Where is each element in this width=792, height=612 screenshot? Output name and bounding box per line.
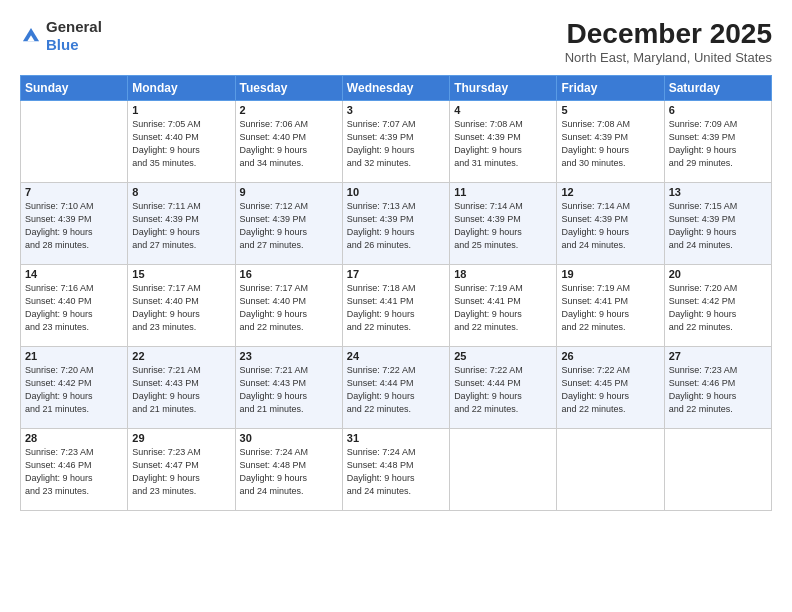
calendar-week-row: 7Sunrise: 7:10 AM Sunset: 4:39 PM Daylig…	[21, 183, 772, 265]
day-info: Sunrise: 7:08 AM Sunset: 4:39 PM Dayligh…	[454, 118, 552, 170]
calendar-cell: 23Sunrise: 7:21 AM Sunset: 4:43 PM Dayli…	[235, 347, 342, 429]
day-number: 21	[25, 350, 123, 362]
calendar-cell: 10Sunrise: 7:13 AM Sunset: 4:39 PM Dayli…	[342, 183, 449, 265]
calendar-cell	[664, 429, 771, 511]
weekday-header-tuesday: Tuesday	[235, 76, 342, 101]
calendar-cell: 19Sunrise: 7:19 AM Sunset: 4:41 PM Dayli…	[557, 265, 664, 347]
day-info: Sunrise: 7:11 AM Sunset: 4:39 PM Dayligh…	[132, 200, 230, 252]
calendar-cell: 12Sunrise: 7:14 AM Sunset: 4:39 PM Dayli…	[557, 183, 664, 265]
calendar-cell: 13Sunrise: 7:15 AM Sunset: 4:39 PM Dayli…	[664, 183, 771, 265]
day-number: 6	[669, 104, 767, 116]
weekday-header-row: SundayMondayTuesdayWednesdayThursdayFrid…	[21, 76, 772, 101]
day-number: 27	[669, 350, 767, 362]
day-number: 8	[132, 186, 230, 198]
calendar-cell: 29Sunrise: 7:23 AM Sunset: 4:47 PM Dayli…	[128, 429, 235, 511]
day-info: Sunrise: 7:15 AM Sunset: 4:39 PM Dayligh…	[669, 200, 767, 252]
calendar-table: SundayMondayTuesdayWednesdayThursdayFrid…	[20, 75, 772, 511]
day-number: 30	[240, 432, 338, 444]
calendar-cell: 16Sunrise: 7:17 AM Sunset: 4:40 PM Dayli…	[235, 265, 342, 347]
day-info: Sunrise: 7:10 AM Sunset: 4:39 PM Dayligh…	[25, 200, 123, 252]
day-info: Sunrise: 7:24 AM Sunset: 4:48 PM Dayligh…	[347, 446, 445, 498]
calendar-cell: 18Sunrise: 7:19 AM Sunset: 4:41 PM Dayli…	[450, 265, 557, 347]
day-info: Sunrise: 7:23 AM Sunset: 4:46 PM Dayligh…	[669, 364, 767, 416]
calendar-cell: 25Sunrise: 7:22 AM Sunset: 4:44 PM Dayli…	[450, 347, 557, 429]
day-number: 29	[132, 432, 230, 444]
day-number: 7	[25, 186, 123, 198]
calendar-cell	[450, 429, 557, 511]
day-info: Sunrise: 7:22 AM Sunset: 4:44 PM Dayligh…	[347, 364, 445, 416]
calendar-week-row: 1Sunrise: 7:05 AM Sunset: 4:40 PM Daylig…	[21, 101, 772, 183]
day-info: Sunrise: 7:17 AM Sunset: 4:40 PM Dayligh…	[132, 282, 230, 334]
day-number: 5	[561, 104, 659, 116]
calendar-cell: 22Sunrise: 7:21 AM Sunset: 4:43 PM Dayli…	[128, 347, 235, 429]
day-number: 22	[132, 350, 230, 362]
day-number: 1	[132, 104, 230, 116]
day-info: Sunrise: 7:23 AM Sunset: 4:47 PM Dayligh…	[132, 446, 230, 498]
main-title: December 2025	[565, 18, 772, 50]
day-info: Sunrise: 7:22 AM Sunset: 4:44 PM Dayligh…	[454, 364, 552, 416]
day-number: 13	[669, 186, 767, 198]
calendar-cell: 26Sunrise: 7:22 AM Sunset: 4:45 PM Dayli…	[557, 347, 664, 429]
day-info: Sunrise: 7:20 AM Sunset: 4:42 PM Dayligh…	[25, 364, 123, 416]
day-number: 19	[561, 268, 659, 280]
day-info: Sunrise: 7:08 AM Sunset: 4:39 PM Dayligh…	[561, 118, 659, 170]
day-info: Sunrise: 7:05 AM Sunset: 4:40 PM Dayligh…	[132, 118, 230, 170]
day-number: 17	[347, 268, 445, 280]
day-number: 3	[347, 104, 445, 116]
calendar-cell: 7Sunrise: 7:10 AM Sunset: 4:39 PM Daylig…	[21, 183, 128, 265]
calendar-cell: 17Sunrise: 7:18 AM Sunset: 4:41 PM Dayli…	[342, 265, 449, 347]
day-info: Sunrise: 7:24 AM Sunset: 4:48 PM Dayligh…	[240, 446, 338, 498]
calendar-cell: 24Sunrise: 7:22 AM Sunset: 4:44 PM Dayli…	[342, 347, 449, 429]
subtitle: North East, Maryland, United States	[565, 50, 772, 65]
calendar-cell: 15Sunrise: 7:17 AM Sunset: 4:40 PM Dayli…	[128, 265, 235, 347]
calendar-cell: 30Sunrise: 7:24 AM Sunset: 4:48 PM Dayli…	[235, 429, 342, 511]
calendar-cell: 9Sunrise: 7:12 AM Sunset: 4:39 PM Daylig…	[235, 183, 342, 265]
day-info: Sunrise: 7:16 AM Sunset: 4:40 PM Dayligh…	[25, 282, 123, 334]
day-number: 26	[561, 350, 659, 362]
day-number: 2	[240, 104, 338, 116]
calendar-cell: 31Sunrise: 7:24 AM Sunset: 4:48 PM Dayli…	[342, 429, 449, 511]
day-number: 31	[347, 432, 445, 444]
day-info: Sunrise: 7:14 AM Sunset: 4:39 PM Dayligh…	[561, 200, 659, 252]
day-number: 9	[240, 186, 338, 198]
calendar-week-row: 14Sunrise: 7:16 AM Sunset: 4:40 PM Dayli…	[21, 265, 772, 347]
day-info: Sunrise: 7:17 AM Sunset: 4:40 PM Dayligh…	[240, 282, 338, 334]
calendar-cell	[21, 101, 128, 183]
logo-general-text: General	[46, 18, 102, 35]
weekday-header-saturday: Saturday	[664, 76, 771, 101]
calendar-cell	[557, 429, 664, 511]
day-number: 23	[240, 350, 338, 362]
day-number: 24	[347, 350, 445, 362]
day-info: Sunrise: 7:20 AM Sunset: 4:42 PM Dayligh…	[669, 282, 767, 334]
day-number: 14	[25, 268, 123, 280]
calendar-cell: 21Sunrise: 7:20 AM Sunset: 4:42 PM Dayli…	[21, 347, 128, 429]
weekday-header-thursday: Thursday	[450, 76, 557, 101]
day-number: 25	[454, 350, 552, 362]
day-info: Sunrise: 7:07 AM Sunset: 4:39 PM Dayligh…	[347, 118, 445, 170]
day-info: Sunrise: 7:13 AM Sunset: 4:39 PM Dayligh…	[347, 200, 445, 252]
day-number: 12	[561, 186, 659, 198]
logo: General Blue	[20, 18, 102, 54]
day-info: Sunrise: 7:22 AM Sunset: 4:45 PM Dayligh…	[561, 364, 659, 416]
calendar-week-row: 28Sunrise: 7:23 AM Sunset: 4:46 PM Dayli…	[21, 429, 772, 511]
calendar-cell: 28Sunrise: 7:23 AM Sunset: 4:46 PM Dayli…	[21, 429, 128, 511]
day-number: 10	[347, 186, 445, 198]
calendar-cell: 2Sunrise: 7:06 AM Sunset: 4:40 PM Daylig…	[235, 101, 342, 183]
day-number: 16	[240, 268, 338, 280]
day-info: Sunrise: 7:09 AM Sunset: 4:39 PM Dayligh…	[669, 118, 767, 170]
calendar-cell: 6Sunrise: 7:09 AM Sunset: 4:39 PM Daylig…	[664, 101, 771, 183]
page: General Blue December 2025 North East, M…	[0, 0, 792, 612]
calendar-week-row: 21Sunrise: 7:20 AM Sunset: 4:42 PM Dayli…	[21, 347, 772, 429]
day-info: Sunrise: 7:19 AM Sunset: 4:41 PM Dayligh…	[561, 282, 659, 334]
day-info: Sunrise: 7:19 AM Sunset: 4:41 PM Dayligh…	[454, 282, 552, 334]
day-info: Sunrise: 7:23 AM Sunset: 4:46 PM Dayligh…	[25, 446, 123, 498]
day-number: 28	[25, 432, 123, 444]
day-info: Sunrise: 7:21 AM Sunset: 4:43 PM Dayligh…	[132, 364, 230, 416]
calendar-cell: 8Sunrise: 7:11 AM Sunset: 4:39 PM Daylig…	[128, 183, 235, 265]
day-number: 18	[454, 268, 552, 280]
calendar-cell: 3Sunrise: 7:07 AM Sunset: 4:39 PM Daylig…	[342, 101, 449, 183]
day-info: Sunrise: 7:06 AM Sunset: 4:40 PM Dayligh…	[240, 118, 338, 170]
day-info: Sunrise: 7:18 AM Sunset: 4:41 PM Dayligh…	[347, 282, 445, 334]
weekday-header-sunday: Sunday	[21, 76, 128, 101]
logo-blue-text: Blue	[46, 36, 79, 53]
